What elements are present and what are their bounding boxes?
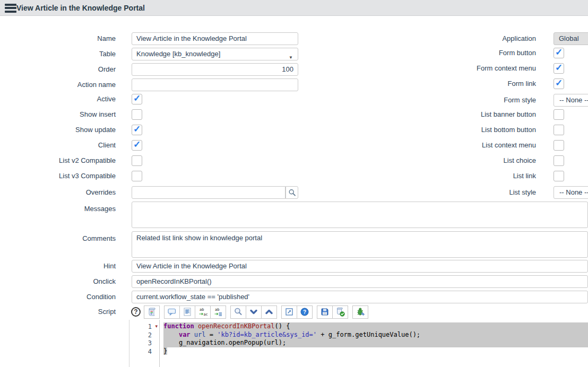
replace-all-button[interactable]: ab <box>210 305 226 319</box>
svg-text:?: ? <box>303 309 306 315</box>
client-label: Client <box>0 139 116 152</box>
show-update-checkbox[interactable] <box>132 125 142 135</box>
application-field: Global <box>554 32 588 45</box>
form-link-checkbox[interactable] <box>554 78 564 89</box>
overrides-label: Overrides <box>0 186 116 199</box>
syntax-script-icon <box>147 307 157 317</box>
search-icon <box>288 189 296 197</box>
debug-button[interactable] <box>352 305 368 319</box>
help-outline-icon <box>131 307 141 317</box>
list-context-menu-checkbox[interactable] <box>554 140 564 151</box>
form-button-label: Form button <box>414 47 536 59</box>
list-banner-button-checkbox[interactable] <box>554 109 564 120</box>
script-editor-toolbar: ab ac ab <box>129 305 373 319</box>
condition-label: Condition <box>0 291 116 303</box>
table-label: Table <box>0 48 116 60</box>
code-line-1: function openRecordInKBPortal() { <box>160 322 588 331</box>
replace-all-icon: ab <box>213 307 223 317</box>
page-title: View Article in the Knowledge Portal <box>16 0 145 16</box>
table-select-value: Knowledge [kb_knowledge] <box>136 50 220 58</box>
line-number: 3 <box>148 339 152 347</box>
toggle-comment-button[interactable] <box>164 305 180 319</box>
svg-text:ac: ac <box>204 312 208 317</box>
save-button[interactable] <box>317 305 333 319</box>
form-context-menu-label: Form context menu <box>414 62 536 75</box>
code-line-2: var url = 'kb?id=kb_article&sys_id=' + g… <box>160 331 588 339</box>
condition-input[interactable]: current.workflow_state == 'published' <box>132 291 588 303</box>
active-checkbox[interactable] <box>132 94 142 104</box>
code-line-3: g_navigation.openPopup(url); <box>160 339 588 347</box>
list-v2-checkbox[interactable] <box>132 155 142 166</box>
form-style-select[interactable]: -- None -- <box>554 94 588 107</box>
script-editor-gutter: 1 ▾ 2 3 4 <box>129 320 160 367</box>
svg-text:ab: ab <box>200 308 204 312</box>
form-context-menu-checkbox[interactable] <box>554 63 564 74</box>
form-style-label: Form style <box>414 94 536 107</box>
show-insert-checkbox[interactable] <box>132 109 142 120</box>
hint-input[interactable]: View Article in the Knowledge Portal <box>132 260 588 273</box>
comments-textarea[interactable]: Related list link show in knowledge port… <box>132 231 588 258</box>
action-name-input[interactable] <box>132 78 298 91</box>
find-previous-button[interactable] <box>261 305 277 319</box>
list-bottom-button-label: List bottom button <box>414 124 536 136</box>
script-label: Script <box>0 305 116 318</box>
order-input[interactable]: 100 <box>132 63 298 76</box>
messages-textarea[interactable] <box>132 202 588 228</box>
format-code-icon <box>183 307 192 317</box>
list-style-label: List style <box>414 186 536 199</box>
list-choice-label: List choice <box>414 154 536 167</box>
validate-script-icon <box>335 307 345 317</box>
name-input[interactable]: View Article in the Knowledge Portal <box>132 32 298 45</box>
overrides-lookup-button[interactable] <box>286 186 298 199</box>
syntax-script-button[interactable] <box>144 305 160 319</box>
show-update-label: Show update <box>0 124 116 136</box>
list-banner-button-label: List banner button <box>414 108 536 121</box>
find-button[interactable] <box>230 305 246 319</box>
comment-icon <box>167 307 177 317</box>
order-label: Order <box>0 63 116 76</box>
list-style-select[interactable]: -- None -- <box>554 186 588 199</box>
table-select[interactable]: Knowledge [kb_knowledge] ▼ <box>132 48 298 60</box>
find-next-button[interactable] <box>246 305 262 319</box>
code-fold-icon[interactable]: ▾ <box>155 324 158 329</box>
list-v3-checkbox[interactable] <box>132 171 142 181</box>
chevron-up-icon <box>264 307 274 317</box>
open-in-new-window-icon <box>284 307 294 317</box>
messages-label: Messages <box>0 203 116 215</box>
client-checkbox[interactable] <box>132 140 142 151</box>
list-choice-checkbox[interactable] <box>554 155 564 166</box>
name-label: Name <box>0 32 116 45</box>
action-name-label: Action name <box>0 78 116 91</box>
line-number: 4 <box>148 348 152 355</box>
comments-label: Comments <box>0 232 116 245</box>
list-link-checkbox[interactable] <box>554 171 564 181</box>
script-editor: 1 ▾ 2 3 4 function openRecordInKBPortal(… <box>129 320 588 367</box>
format-code-button[interactable] <box>179 305 195 319</box>
scripting-help-button[interactable] <box>129 305 143 319</box>
list-bottom-button-checkbox[interactable] <box>554 125 564 135</box>
debug-bug-icon <box>356 307 365 317</box>
form-header: View Article in the Knowledge Portal <box>0 0 588 16</box>
application-label: Application <box>414 32 536 45</box>
replace-icon: ab ac <box>198 307 207 317</box>
form-button-checkbox[interactable] <box>554 48 564 58</box>
editor-help-button[interactable]: ? <box>297 305 313 319</box>
validate-script-button[interactable] <box>332 305 348 319</box>
save-icon <box>320 307 330 317</box>
list-v3-label: List v3 Compatible <box>0 170 116 182</box>
script-code-area[interactable]: function openRecordInKBPortal() { var ur… <box>160 320 588 367</box>
help-icon: ? <box>300 307 309 317</box>
onclick-label: Onclick <box>0 275 116 288</box>
open-popup-button[interactable] <box>281 305 297 319</box>
svg-text:ab: ab <box>215 308 219 312</box>
chevron-down-icon: ▼ <box>289 52 293 60</box>
ui-action-form: View Article in the Knowledge Portal Nam… <box>0 0 588 367</box>
overrides-input[interactable] <box>132 186 286 199</box>
hamburger-menu-icon[interactable] <box>5 4 16 13</box>
active-label: Active <box>0 93 116 106</box>
line-number: 1 <box>148 323 152 330</box>
show-insert-label: Show insert <box>0 108 116 121</box>
onclick-input[interactable]: openRecordInKBPortal() <box>132 275 588 288</box>
code-line-4: } <box>160 347 588 356</box>
replace-button[interactable]: ab ac <box>195 305 211 319</box>
